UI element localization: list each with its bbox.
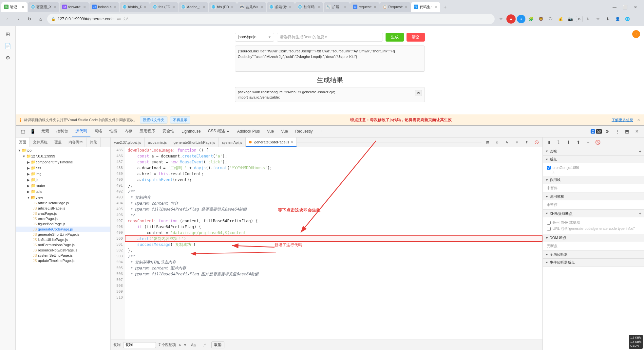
copy-result-button[interactable]: ⧉ [415, 90, 422, 96]
tree-item-generateShort[interactable]: JS generateShortLinkPage.js [16, 232, 110, 237]
xhr-header[interactable]: ▼ XHR/提取断点 + [543, 210, 644, 217]
xhr-add-icon[interactable]: + [639, 211, 641, 216]
tree-item-css[interactable]: ▶ 📁 css [16, 165, 110, 171]
sidebar-settings-icon[interactable]: ⚙ [3, 52, 13, 63]
file-tab-content-script[interactable]: 内容脚本 [65, 138, 86, 147]
star-button[interactable]: ☆ [497, 15, 505, 23]
bean-select[interactable]: 请选择待生成Bean的信息 ▼ [277, 33, 383, 42]
settings-button[interactable]: B [576, 16, 582, 22]
tree-item-js[interactable]: ▶ 📁 js [16, 177, 110, 183]
tab-security[interactable]: 安全性 [159, 126, 178, 137]
event-listeners-header[interactable]: ▼ 事件侦听器断点 [543, 259, 644, 266]
address-bar-input[interactable]: 🔒 127.0.0.1:9999/#/generate-code Aa 文A [47, 14, 495, 24]
tree-item-systemSetting[interactable]: JS systemSettingPage.js [16, 253, 110, 258]
code-tab-shortlink[interactable]: generateShortLinkPage.js [170, 138, 219, 147]
tab-generate-code[interactable]: 代 代码生.: ✕ [411, 2, 440, 12]
clear-button[interactable]: 清空 [407, 33, 425, 42]
tree-item-resourceNot[interactable]: JS resourceNotExistPage.js [16, 248, 110, 253]
scope-header[interactable]: ▼ 作用域 [543, 176, 644, 184]
brave-button[interactable]: 🦁 [537, 15, 545, 23]
regex-btn[interactable]: .* [200, 341, 209, 349]
tab-close-ruhema[interactable]: ✕ [317, 5, 321, 9]
code-tab-systemapi[interactable]: systemApi.js [219, 138, 246, 147]
user-button[interactable]: 👤 [613, 15, 622, 23]
tree-item-articleList[interactable]: JS articleListPage.js [16, 206, 110, 211]
search-input[interactable] [123, 342, 156, 348]
tab-close-fds[interactable]: ✕ [172, 5, 176, 9]
tab-close-qianduan[interactable]: ✕ [288, 5, 292, 9]
breakpoints-header[interactable]: ▼ 断点 [543, 156, 644, 163]
format-code-icon[interactable]: {} [493, 138, 502, 147]
step-icon2[interactable]: → [583, 138, 593, 147]
download-button[interactable]: ⬇ [603, 15, 612, 23]
generate-button[interactable]: 生成 [386, 33, 404, 42]
deactivate-breakpoints-icon[interactable]: 🚫 [532, 138, 541, 147]
tree-item-updateTimeline[interactable]: JS updateTimelinePage.js [16, 258, 110, 263]
tab-close-extension[interactable]: ✕ [343, 5, 347, 9]
global-listeners-header[interactable]: ▼ 全局侦听器 [543, 251, 644, 258]
tree-item-component[interactable]: ▶ 📁 component/myTimeline [16, 159, 110, 165]
down-arrow-icon[interactable]: ∨ [184, 343, 186, 347]
tab-qianduan[interactable]: 🌐 前端便: ✕ [267, 2, 295, 12]
sync-button[interactable]: ↻ [584, 15, 592, 23]
step-into-icon[interactable]: ⬇ [512, 138, 521, 147]
tab-application[interactable]: 应用程序 [136, 126, 159, 137]
tab-adobe[interactable]: 🌐 Adobe_: ✕ [179, 2, 208, 12]
code-tab-close-icon[interactable]: ✕ [291, 140, 293, 144]
tab-performance[interactable]: 性能 [106, 126, 121, 137]
maximize-button[interactable]: ⬜ [620, 3, 630, 12]
tab-console[interactable]: 控制台 [53, 126, 71, 137]
bookmark-button[interactable]: ☆ [594, 15, 602, 23]
learn-more-link[interactable]: 了解更多信息 [612, 118, 633, 122]
tab-pener[interactable]: 🎮 盆儿W× ✕ [237, 2, 266, 12]
sidebar-grid-icon[interactable]: ⊞ [3, 29, 13, 39]
settings-root-button[interactable]: 设置根文件夹 [140, 117, 167, 123]
tab-memory[interactable]: 内存 [121, 126, 136, 137]
tab-fdsfds[interactable]: 🌐 fdsfds_£ ✕ [120, 2, 150, 12]
tab-close-notes[interactable]: ✕ [21, 5, 25, 9]
step-out-icon[interactable]: ⬆ [522, 138, 531, 147]
window-close-button[interactable]: ✕ [631, 3, 640, 12]
dock-icon[interactable]: ⬒ [622, 127, 632, 136]
tab-close-adobe[interactable]: ✕ [202, 5, 206, 9]
sidebar-reading-icon[interactable]: 📄 [3, 41, 13, 51]
account-button[interactable]: 🌐 [623, 15, 632, 23]
screenshot-button[interactable]: 📷 [566, 15, 575, 23]
code-tab-generatecode[interactable]: generateCodePage.js ✕ [246, 138, 296, 147]
tab-close-zhang[interactable]: ✕ [53, 5, 57, 9]
sync-code-icon[interactable]: ⬒ [483, 138, 492, 147]
tab-close-forward[interactable]: ✕ [83, 5, 86, 9]
tab-adblock[interactable]: Adblock Plus [234, 126, 263, 137]
file-tab-more[interactable]: ⋯ [101, 138, 108, 147]
tab-close-request-list[interactable]: ✕ [404, 5, 408, 9]
dismiss-button[interactable]: 不再显示 [170, 117, 190, 123]
tree-item-localhost[interactable]: ▼ 📁 127.0.0.1:9999 [16, 153, 110, 159]
file-tab-snippet[interactable]: 片段 [86, 138, 101, 147]
profile-button[interactable]: ● [517, 15, 525, 23]
pause-resume-icon[interactable]: ⏸ [544, 138, 553, 147]
close-warning-icon[interactable]: ✕ [637, 118, 640, 122]
code-tab-vue[interactable]: vue2.37.global.js [111, 138, 145, 147]
deactivate-all-icon[interactable]: 🚫 [593, 138, 602, 147]
tab-add[interactable]: + [317, 126, 326, 137]
tree-item-figureBed[interactable]: JS figureBedPage.js [16, 221, 110, 227]
xhr-any-checkbox[interactable] [547, 221, 551, 225]
tab-requestly[interactable]: Requestly [292, 126, 316, 137]
tab-ruhema[interactable]: 🌐 如何码: ✕ [295, 2, 323, 12]
watch-add-icon[interactable]: + [639, 149, 641, 154]
tab-close-pener[interactable]: ✕ [260, 5, 264, 9]
breakpoint-crongen-checkbox[interactable] [547, 166, 551, 170]
close-devtools-icon[interactable]: ✕ [632, 127, 641, 136]
tree-item-articleDetail[interactable]: JS articleDetailPage.js [16, 200, 110, 206]
tree-item-img[interactable]: ▶ 📁 img [16, 171, 110, 177]
tree-item-router[interactable]: ▶ 📁 router [16, 183, 110, 189]
tree-item-notPerms[interactable]: JS notPermissionsPage.js [16, 242, 110, 248]
tab-network[interactable]: 网络 [91, 126, 105, 137]
tab-close-lodash[interactable]: ✕ [113, 5, 117, 9]
step-into-icon2[interactable]: ⬇ [564, 138, 573, 147]
wallet-button[interactable]: 💰 [556, 15, 565, 23]
tab-vue2[interactable]: Vue [278, 126, 291, 137]
tab-lodash[interactable]: Lo lodash.s ✕ [89, 2, 119, 12]
tab-close-generate-code[interactable]: ✕ [434, 5, 438, 9]
up-arrow-icon[interactable]: ∧ [179, 343, 181, 347]
